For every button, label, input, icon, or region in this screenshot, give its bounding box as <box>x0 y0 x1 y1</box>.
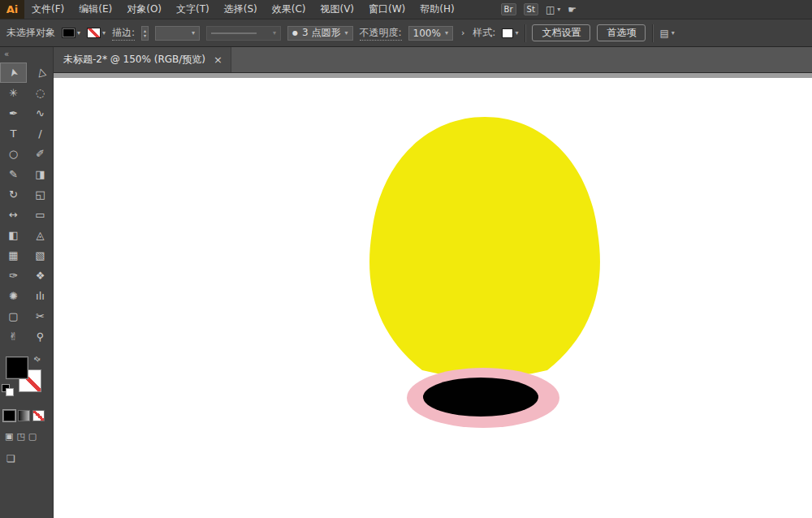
swap-fill-stroke-icon[interactable]: ⇄ <box>32 354 42 364</box>
menu-object[interactable]: 对象(O) <box>119 0 169 19</box>
lamp-hole-ellipse[interactable] <box>423 378 538 417</box>
eyedropper-tool-icon: ✑ <box>9 270 18 282</box>
stock-badge[interactable]: St <box>524 3 538 15</box>
control-bar: 未选择对象 ▾ ▾ 描边: ▴ ▾ ▾ ▾ ● 3 点圆形 ▾ 不透明度: <box>0 19 812 47</box>
free-transform-tool[interactable]: ▭ <box>27 205 54 225</box>
brush-thumbnail-icon: ● <box>292 29 298 37</box>
stroke-label[interactable]: 描边: <box>112 26 135 41</box>
slice-tool-icon: ✂ <box>36 310 45 322</box>
hand-pointer-icon[interactable]: ☛ <box>568 4 577 15</box>
perspective-grid-tool[interactable]: ◬ <box>27 225 54 245</box>
menu-bar-right: Br St ◫ ▾ ☛ <box>501 3 812 15</box>
lasso-tool[interactable]: ◌ <box>27 83 54 103</box>
draw-behind-icon[interactable]: ◳ <box>16 431 24 442</box>
chevron-down-icon: ▾ <box>445 29 448 37</box>
ellipse-tool-icon: ○ <box>9 148 18 160</box>
eraser-tool[interactable]: ◨ <box>27 164 54 184</box>
rotate-tool[interactable]: ↻ <box>0 184 27 205</box>
menu-edit[interactable]: 编辑(E) <box>71 0 119 19</box>
artboard-tool[interactable]: ▢ <box>0 306 27 326</box>
stroke-weight-combo[interactable]: ▾ <box>155 26 200 41</box>
preferences-button[interactable]: 首选项 <box>597 24 646 41</box>
selection-tool[interactable]: ➤ <box>0 63 27 83</box>
zoom-tool[interactable]: ⚲ <box>27 326 54 347</box>
spinner-down-icon: ▾ <box>144 33 146 38</box>
eyedropper-tool[interactable]: ✑ <box>0 265 27 286</box>
magic-wand-tool[interactable]: ✳ <box>0 83 27 103</box>
gradient-mode-button[interactable] <box>18 410 30 421</box>
scale-tool[interactable]: ◱ <box>27 184 54 205</box>
width-tool[interactable]: ↔ <box>0 205 27 225</box>
blend-tool-icon: ❖ <box>36 270 45 282</box>
line-segment-tool[interactable]: / <box>27 123 54 144</box>
ellipse-tool[interactable]: ○ <box>0 144 27 164</box>
document-tab[interactable]: 未标题-2* @ 150% (RGB/预览) × <box>54 47 231 72</box>
menu-type[interactable]: 文字(T) <box>169 0 217 19</box>
zoom-tool-icon: ⚲ <box>37 330 45 343</box>
artboard-canvas[interactable] <box>54 72 812 518</box>
brush-definition-combo[interactable]: ● 3 点圆形 ▾ <box>287 26 352 41</box>
control-panel-menu[interactable]: ▤ ▾ <box>659 28 674 39</box>
fill-color-control[interactable]: ▾ <box>62 28 80 38</box>
opacity-combo[interactable]: 100% ▾ <box>408 26 453 41</box>
tab-close-icon[interactable]: × <box>214 54 222 65</box>
fill-swatch <box>62 28 76 38</box>
chevron-down-icon: ▾ <box>77 29 80 37</box>
style-combo[interactable]: ▾ <box>502 28 518 38</box>
fill-indicator-swatch[interactable] <box>6 356 28 379</box>
menu-view[interactable]: 视图(V) <box>313 0 361 19</box>
illustrator-window: Ai 文件(F)编辑(E)对象(O)文字(T)选择(S)效果(C)视图(V)窗口… <box>0 0 812 518</box>
width-profile-combo[interactable]: ▾ <box>206 26 281 41</box>
main-area: « ➤▷✳◌✒∿T/○✐✎◨↻◱↔▭◧◬▦▧✑❖✺ılı▢✂✌⚲ ⇄ ▣ ◳ <box>0 47 812 518</box>
shape-builder-tool[interactable]: ◧ <box>0 225 27 245</box>
chevron-down-icon: ▾ <box>102 29 106 37</box>
document-tab-bar: 未标题-2* @ 150% (RGB/预览) × <box>54 47 812 72</box>
eraser-tool-icon: ◨ <box>35 168 45 180</box>
workspace: 未标题-2* @ 150% (RGB/预览) × <box>54 47 812 518</box>
document-tab-title: 未标题-2* @ 150% (RGB/预览) <box>63 53 205 67</box>
type-tool-icon: T <box>11 127 17 140</box>
draw-normal-icon[interactable]: ▣ <box>5 431 13 442</box>
hand-tool[interactable]: ✌ <box>0 326 27 347</box>
paintbrush-tool[interactable]: ✐ <box>27 144 54 164</box>
opacity-panel-arrow[interactable]: › <box>460 28 466 38</box>
toolbar-collapse-button[interactable]: « <box>0 47 53 63</box>
curvature-tool[interactable]: ∿ <box>27 103 54 123</box>
symbol-sprayer-tool[interactable]: ✺ <box>0 286 27 306</box>
gradient-tool[interactable]: ▧ <box>27 245 54 265</box>
workspace-switcher[interactable]: ◫ ▾ <box>546 4 560 15</box>
menu-select[interactable]: 选择(S) <box>217 0 265 19</box>
type-tool[interactable]: T <box>0 123 27 144</box>
bridge-badge[interactable]: Br <box>501 3 516 15</box>
none-mode-button[interactable] <box>32 410 45 421</box>
pencil-tool-icon: ✎ <box>9 168 18 180</box>
draw-inside-icon[interactable]: ▢ <box>28 431 37 442</box>
bulb-shape[interactable] <box>369 117 600 378</box>
document-setup-button[interactable]: 文档设置 <box>532 24 590 41</box>
stroke-color-control[interactable]: ▾ <box>87 28 106 38</box>
screen-mode-icon[interactable]: ❏ <box>6 453 15 464</box>
artwork-layer <box>54 78 812 518</box>
line-segment-tool-icon: / <box>38 127 41 140</box>
selection-tool-icon: ➤ <box>6 67 20 78</box>
opacity-label[interactable]: 不透明度: <box>360 26 402 41</box>
menu-file[interactable]: 文件(F) <box>24 0 71 19</box>
pen-tool[interactable]: ✒ <box>0 103 27 123</box>
pencil-tool[interactable]: ✎ <box>0 164 27 184</box>
column-graph-tool[interactable]: ılı <box>27 286 54 306</box>
blend-tool[interactable]: ❖ <box>27 265 54 286</box>
direct-selection-tool[interactable]: ▷ <box>27 63 54 83</box>
menu-help[interactable]: 帮助(H) <box>412 0 461 19</box>
default-fill-stroke-icon[interactable] <box>2 384 13 395</box>
width-tool-icon: ↔ <box>9 209 18 221</box>
mesh-tool-icon: ▦ <box>8 249 18 261</box>
lasso-tool-icon: ◌ <box>36 87 45 99</box>
color-mode-button[interactable] <box>3 410 15 421</box>
menu-window[interactable]: 窗口(W) <box>361 0 412 19</box>
menu-effect[interactable]: 效果(C) <box>265 0 313 19</box>
gradient-tool-icon: ▧ <box>35 249 45 261</box>
slice-tool[interactable]: ✂ <box>27 306 54 326</box>
stroke-weight-stepper[interactable]: ▴ ▾ <box>141 26 149 41</box>
mesh-tool[interactable]: ▦ <box>0 245 27 265</box>
chevron-down-icon: ▾ <box>515 29 518 37</box>
